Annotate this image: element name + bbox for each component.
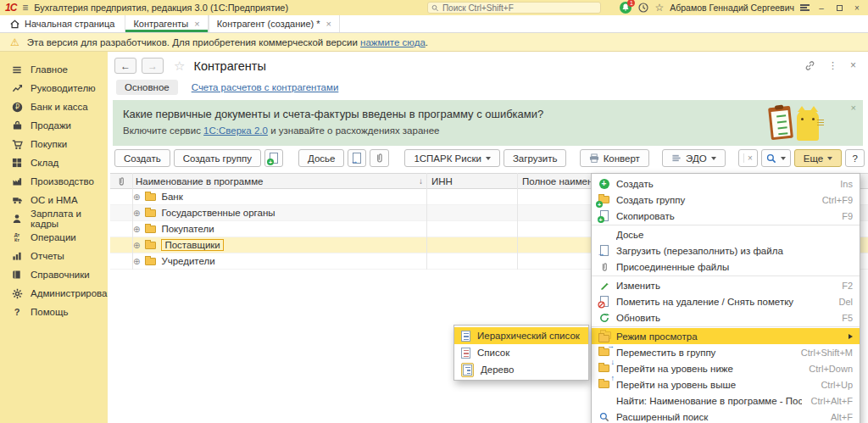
page-actions: ⋮ × [804,59,856,71]
plus-circle-icon: + [597,177,611,190]
history-button[interactable] [638,3,648,13]
minimize-button[interactable]: – [815,3,827,13]
user-name[interactable]: Абрамов Геннадий Сергеевич [670,3,794,13]
more-button[interactable]: Еще [794,149,842,167]
expand-icon[interactable]: ⊕ [133,257,140,266]
forward-button[interactable]: → [142,58,164,74]
nav-accounts-link[interactable]: Счета расчетов с контрагентами [192,82,339,92]
sidebar-item-prodazhi[interactable]: Продажи [0,116,108,135]
folder-icon [145,242,156,249]
more-actions-icon[interactable]: ⋮ [828,60,837,71]
back-button[interactable]: ← [114,58,136,74]
close-window-button[interactable]: × [851,3,863,13]
global-search-input[interactable] [442,3,598,13]
load-button[interactable]: Загрузить [504,149,567,167]
sverka-link[interactable]: 1С:Сверка 2.0 [203,125,268,136]
close-banner-icon[interactable]: × [851,103,856,113]
expand-icon[interactable]: ⊕ [133,225,140,234]
favorites-star-icon[interactable]: ☆ [654,3,664,13]
attachment-column-header[interactable] [110,176,132,186]
current-mode-highlight [461,363,474,377]
menu-item-go-level-up[interactable]: ↑ Перейти на уровень выше Ctrl+Up [592,376,860,392]
expand-icon[interactable]: ⊕ [133,209,140,218]
service-menu-icon[interactable] [800,3,810,13]
menu-item-advanced-search[interactable]: Расширенный поиск Alt+F [592,409,860,423]
load-from-file-button[interactable]: → [348,149,366,167]
menu-item-refresh[interactable]: Обновить F5 [592,309,860,326]
dossier-button[interactable]: Досье [298,149,344,167]
sidebar-item-proizvodstvo[interactable]: Производство [0,172,108,191]
attachments-button[interactable] [370,149,389,167]
paperclip-icon [375,153,384,164]
sidebar-item-pokupki[interactable]: Покупки [0,135,108,153]
menu-item-find[interactable]: Найти: Наименование в программе - Постав… [592,392,860,409]
notifications-button[interactable]: 1 [620,2,632,14]
menu-separator [592,326,860,327]
menu-item-load-from-file[interactable]: → Загрузить (перезаполнить) из файла [592,242,860,259]
submenu-item-tree[interactable]: Дерево [454,361,588,378]
hierarchical-list-icon [461,331,470,342]
submenu-item-hierarchical-list[interactable]: Иерархический список [454,327,588,344]
menu-item-create[interactable]: + Создать Ins [592,175,860,192]
tab-kontragenty[interactable]: Контрагенты × [125,15,208,32]
menu-item-edit[interactable]: Изменить F2 [592,277,860,293]
list-search-box[interactable]: × [738,149,758,167]
gear-icon [11,288,23,299]
menu-item-dossier[interactable]: Досье [592,226,860,242]
close-page-icon[interactable]: × [850,59,856,71]
sidebar-item-zarplata-i-kadry[interactable]: Зарплата и кадры [0,209,108,228]
main-menu-icon[interactable]: ≡ [22,2,28,14]
sidebar-item-otchety[interactable]: Отчеты [0,247,108,265]
create-group-button[interactable]: Создать группу [174,149,261,167]
tab-kontragent-creation[interactable]: Контрагент (создание) * × [209,15,340,32]
sidebar-item-glavnoe[interactable]: Главное [0,60,108,79]
grid-icon [11,158,23,169]
sidebar-item-administrirovanie[interactable]: Администрирование [0,284,108,303]
edo-button[interactable]: ЭДО [662,149,726,167]
envelope-button[interactable]: Конверт [580,149,649,167]
menu-separator [592,276,860,276]
inn-column-header[interactable]: ИНН [426,176,517,186]
copy-button[interactable]: + [264,149,283,167]
menu-item-mark-deletion[interactable]: Пометить на удаление / Снять пометку Del [592,293,860,309]
expand-icon[interactable]: ⊕ [133,192,140,202]
menu-item-move-to-group[interactable]: → Переместить в группу Ctrl+Shift+M [592,344,860,360]
search-options-button[interactable] [761,149,791,167]
sidebar-item-os-i-nma[interactable]: ОС и НМА [0,191,108,209]
close-icon[interactable]: × [326,19,331,29]
create-button[interactable]: Создать [114,149,170,167]
menu-item-copy[interactable]: + Скопировать F9 [592,208,860,224]
sidebar-item-sklad[interactable]: Склад [0,153,108,172]
sidebar-item-bank-i-kassa[interactable]: ₽ Банк и касса [0,97,108,116]
menu-item-go-level-down[interactable]: ↓ Перейти на уровень ниже Ctrl+Down [592,360,860,376]
sidebar-item-spravochniki[interactable]: Справочники [0,265,108,284]
menu-item-view-mode[interactable]: Режим просмотра [592,328,860,344]
person-icon [11,214,23,225]
global-search-box[interactable] [427,2,601,14]
menu-item-create-group[interactable]: + Создать группу Ctrl+F9 [592,192,860,208]
sidebar-item-rukovoditelyu[interactable]: Руководителю [0,79,108,97]
close-icon[interactable]: × [194,19,199,29]
clear-search-icon[interactable]: × [743,153,753,163]
sidebar-item-operacii[interactable]: ДтКт Операции [0,228,108,247]
favorite-star-icon[interactable]: ☆ [174,58,185,74]
developer-warning-bar: ⚠ Эта версия для разработчиков. Для прио… [0,33,868,52]
sidebar-item-pomosch[interactable]: ? Помощь [0,303,108,321]
sidebar: Главное Руководителю ₽ Банк и касса Прод… [0,52,108,423]
purchase-link[interactable]: нажмите сюда [360,37,426,47]
link-icon[interactable] [804,60,815,71]
submenu-item-list[interactable]: Список [454,344,588,361]
factory-icon [11,176,23,187]
column-divider [426,173,427,270]
expand-icon[interactable]: ⊕ [133,241,140,250]
maximize-button[interactable] [833,3,845,13]
help-button[interactable]: ? [845,149,865,167]
name-column-header[interactable]: Наименование в программе↓ [132,176,426,186]
notification-badge: 1 [627,0,635,7]
chevron-down-icon [486,157,491,160]
tab-home[interactable]: Начальная страница [0,15,125,32]
nav-osnovnoe[interactable]: Основное [116,80,178,95]
spark-risks-button[interactable]: 1СПАРК Риски [404,149,500,167]
home-icon [10,19,19,29]
menu-item-attachments[interactable]: Присоединенные файлы [592,259,860,275]
